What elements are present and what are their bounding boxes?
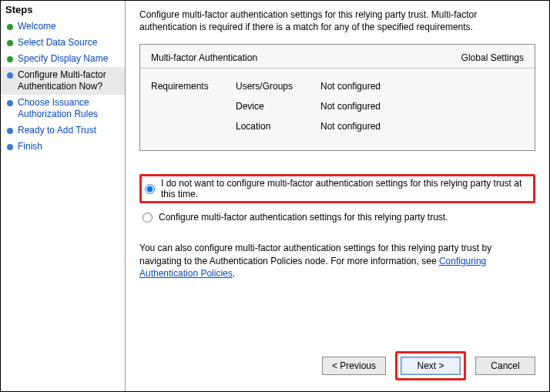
next-button[interactable]: Next > (401, 357, 461, 375)
step-choose-issuance-rules[interactable]: Choose Issuance Authorization Rules (1, 95, 125, 122)
option-label: Configure multi-factor authentication se… (159, 212, 448, 223)
mfa-row: Requirements Users/Groups Not configured (151, 76, 524, 96)
radio-configure[interactable] (143, 213, 153, 223)
step-specify-display-name[interactable]: Specify Display Name (1, 51, 125, 67)
bullet-icon (7, 24, 13, 30)
mfa-settings-box: Multi-factor Authentication Global Setti… (139, 44, 535, 151)
mfa-header-right: Global Settings (461, 52, 524, 63)
steps-sidebar: Steps Welcome Select Data Source Specify… (1, 1, 126, 391)
bullet-icon (7, 100, 13, 106)
option-configure[interactable]: Configure multi-factor authentication se… (139, 209, 535, 225)
mfa-row-value: Not configured (320, 121, 524, 132)
bullet-icon (7, 144, 13, 150)
mfa-grid: Requirements Users/Groups Not configured… (140, 69, 535, 136)
wizard-dialog: Steps Welcome Select Data Source Specify… (0, 0, 550, 392)
bullet-icon (7, 56, 13, 62)
step-label: Finish (18, 141, 42, 152)
mfa-header-row: Multi-factor Authentication Global Setti… (140, 45, 535, 69)
radio-do-not-configure[interactable] (145, 184, 155, 194)
step-label: Choose Issuance Authorization Rules (18, 97, 120, 120)
mfa-col-requirements: Requirements (151, 81, 236, 92)
hint-text: You can also configure multi-factor auth… (139, 242, 535, 280)
step-welcome[interactable]: Welcome (1, 18, 125, 35)
bullet-icon (7, 72, 13, 79)
mfa-row-value: Not configured (320, 101, 524, 112)
option-label: I do not want to configure multi-factor … (161, 178, 532, 199)
previous-button[interactable]: < Previous (322, 357, 386, 375)
next-button-highlight: Next > (395, 351, 466, 380)
mfa-header-left: Multi-factor Authentication (151, 52, 461, 63)
bullet-icon (7, 40, 13, 46)
step-select-data-source[interactable]: Select Data Source (1, 35, 125, 51)
intro-text: Configure multi-factor authentication se… (139, 8, 535, 33)
mfa-row: Device Not configured (151, 96, 524, 116)
step-label: Specify Display Name (18, 53, 108, 65)
mfa-row: Location Not configured (151, 116, 524, 136)
step-finish[interactable]: Finish (1, 139, 125, 155)
mfa-row-name: Device (236, 101, 320, 112)
step-label: Welcome (18, 21, 56, 32)
mfa-row-value: Not configured (320, 81, 524, 92)
step-label: Select Data Source (18, 37, 97, 49)
mfa-row-name: Users/Groups (236, 81, 320, 92)
steps-title: Steps (1, 4, 125, 18)
step-configure-mfa-now[interactable]: Configure Multi-factor Authentication No… (1, 67, 125, 95)
wizard-footer: < Previous Next > Cancel (322, 351, 535, 380)
mfa-row-name: Location (236, 121, 320, 132)
bullet-icon (7, 128, 13, 134)
main-panel: Configure multi-factor authentication se… (126, 1, 549, 391)
step-label: Configure Multi-factor Authentication No… (18, 69, 120, 92)
option-do-not-configure[interactable]: I do not want to configure multi-factor … (139, 174, 535, 203)
mfa-options: I do not want to configure multi-factor … (139, 174, 535, 225)
hint-post: . (233, 268, 235, 279)
step-ready-to-add-trust[interactable]: Ready to Add Trust (1, 122, 125, 139)
cancel-button[interactable]: Cancel (475, 357, 535, 375)
step-label: Ready to Add Trust (18, 125, 96, 136)
